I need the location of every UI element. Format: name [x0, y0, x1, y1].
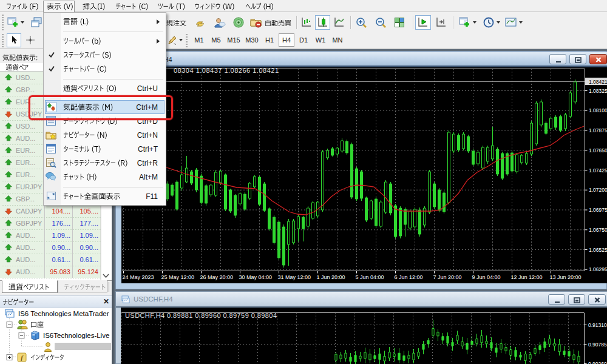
svg-text:0.91310: 0.91310 [588, 322, 607, 328]
svg-text:USDCHF,H4 0.89881 0.89960 0.89: USDCHF,H4 0.89881 0.89960 0.89759 0.8980… [125, 312, 277, 319]
svg-text:0.90260: 0.90260 [588, 361, 607, 364]
svg-text:0.90785: 0.90785 [588, 342, 607, 348]
